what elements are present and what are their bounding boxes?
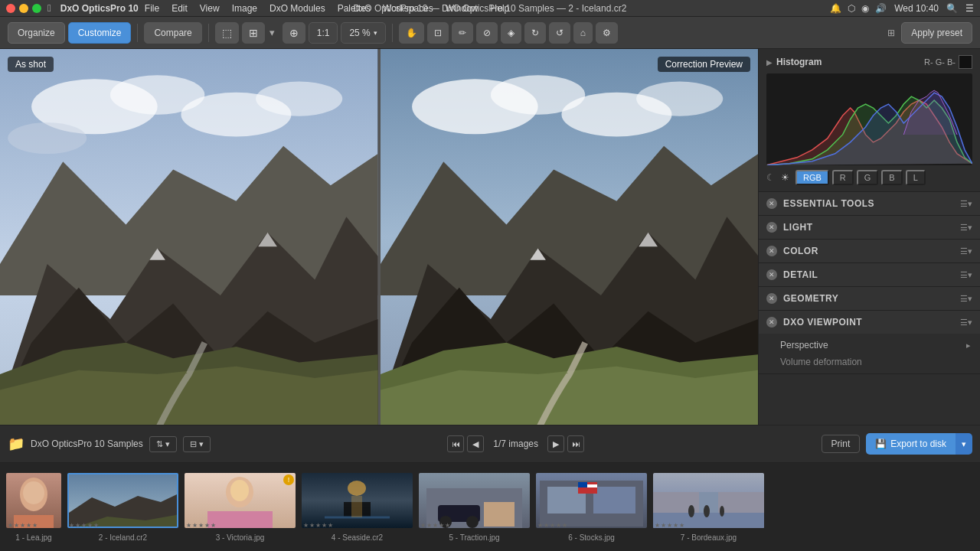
zoom-percent-display[interactable]: 25 % ▾	[341, 22, 385, 44]
export-dropdown-btn[interactable]: ▾	[956, 433, 972, 455]
search-icon[interactable]: 🔍	[946, 3, 958, 14]
export-main-btn[interactable]: 💾 Export to disk	[866, 433, 956, 455]
svg-point-40	[348, 481, 366, 496]
thumb-item-3[interactable]: ★ ★ ★ ★ ★ ! 3 - Victoria.jpg	[185, 473, 296, 542]
filter-btn[interactable]: ⊟ ▾	[183, 436, 211, 452]
eyedropper-tool-btn[interactable]: ✏	[452, 22, 473, 44]
svg-point-62	[720, 506, 724, 517]
svg-point-61	[704, 505, 710, 517]
thumb-img-1: ★ ★ ★ ★ ★	[6, 473, 61, 530]
thumb-img-7: ★ ★ ★ ★ ★	[653, 473, 764, 530]
tab-l[interactable]: L	[906, 170, 926, 185]
essential-tools-left: ✕ ESSENTIAL TOOLS	[766, 198, 874, 209]
essential-tools-expand[interactable]: ☰▾	[960, 199, 972, 209]
clone-tool-btn[interactable]: ◈	[501, 22, 521, 44]
color-swatch[interactable]	[959, 55, 972, 69]
thumb-item-1[interactable]: ★ ★ ★ ★ ★ 1 - Lea.jpg	[6, 473, 61, 542]
hand-tool-btn[interactable]: ✋	[399, 22, 424, 44]
layout-tool-btn[interactable]: ⊞	[242, 22, 265, 44]
tab-r[interactable]: R	[832, 170, 854, 185]
detail-label: DETAIL	[783, 269, 818, 280]
layout-dropdown-icon[interactable]: ▾	[268, 27, 276, 38]
detail-header[interactable]: ✕ DETAIL ☰▾	[759, 263, 980, 286]
histogram-svg	[766, 73, 972, 165]
thumb-item-5[interactable]: ★ ★ ★ ★ ★ 5 - Traction.jpg	[419, 473, 530, 542]
menu-icon[interactable]: ☰	[965, 3, 974, 14]
zoom-dropdown-icon: ▾	[374, 29, 377, 37]
svg-rect-51	[593, 487, 635, 514]
organize-btn[interactable]: Organize	[8, 22, 65, 44]
thumb-item-2[interactable]: ★ ★ ★ ★ ★ 2 - Iceland.cr2	[67, 473, 178, 542]
fullscreen-window-btn[interactable]	[32, 4, 41, 13]
compare-btn[interactable]: Compare	[144, 22, 201, 44]
filter-icon: ⊟	[190, 439, 197, 449]
settings-tool-btn[interactable]: ⚙	[596, 22, 618, 44]
geometry-close[interactable]: ✕	[766, 293, 777, 304]
customize-btn[interactable]: Customize	[68, 22, 132, 44]
geometry-label: GEOMETRY	[783, 293, 838, 304]
apply-preset-btn[interactable]: Apply preset	[901, 22, 972, 44]
moon-icon: ☾	[766, 172, 775, 183]
light-header[interactable]: ✕ LIGHT ☰▾	[759, 216, 980, 239]
tab-b[interactable]: B	[881, 170, 902, 185]
light-close[interactable]: ✕	[766, 222, 777, 233]
thumb-svg-1	[6, 473, 61, 528]
brush-tool-btn[interactable]: ⌂	[573, 22, 593, 44]
geometry-left: ✕ GEOMETRY	[766, 293, 838, 304]
dxo-viewpoint-expand[interactable]: ☰▾	[960, 318, 972, 328]
menu-image[interactable]: Image	[232, 3, 257, 14]
repair-tool-btn[interactable]: ⊘	[476, 22, 498, 44]
crop-tool-btn[interactable]: ⊡	[427, 22, 449, 44]
export-icon: 💾	[875, 439, 887, 449]
close-window-btn[interactable]	[6, 4, 15, 13]
thumb-svg-3	[185, 473, 296, 528]
thumb-stars-6: ★ ★ ★ ★ ★	[537, 522, 567, 529]
thumb-label-5: 5 - Traction.jpg	[449, 533, 499, 542]
first-image-btn[interactable]: ⏮	[447, 435, 464, 452]
color-header[interactable]: ✕ COLOR ☰▾	[759, 240, 980, 262]
thumb-item-7[interactable]: ★ ★ ★ ★ ★ 7 - Bordeaux.jpg	[653, 473, 764, 542]
essential-tools-close[interactable]: ✕	[766, 198, 777, 209]
menu-file[interactable]: File	[145, 3, 159, 14]
thumb-item-6[interactable]: ★ ★ ★ ★ ★ 6 - Stocks.jpg	[536, 473, 647, 542]
sort-dropdown-icon: ▾	[165, 439, 170, 449]
geometry-expand[interactable]: ☰▾	[960, 294, 972, 304]
preset-section: ⊞ Apply preset	[887, 22, 972, 44]
menu-dxo-modules[interactable]: DxO Modules	[270, 3, 325, 14]
detail-expand[interactable]: ☰▾	[960, 270, 972, 280]
color-close[interactable]: ✕	[766, 246, 777, 256]
geometry-expand-icon: ☰▾	[960, 294, 972, 304]
fit-view-btn[interactable]: ⊕	[283, 22, 305, 44]
last-image-btn[interactable]: ⏭	[567, 435, 584, 452]
thumb-label-6: 6 - Stocks.jpg	[568, 533, 615, 542]
print-btn[interactable]: Print	[822, 435, 861, 453]
left-image-canvas: As shot	[0, 49, 378, 425]
light-expand[interactable]: ☰▾	[960, 223, 972, 233]
thumb-item-4[interactable]: ★ ★ ★ ★ ★ 4 - Seaside.cr2	[302, 473, 413, 542]
rotation-ccw-btn[interactable]: ↺	[549, 22, 570, 44]
detail-close[interactable]: ✕	[766, 269, 777, 280]
dxo-viewpoint-header[interactable]: ✕ DXO VIEWPOINT ☰▾	[759, 311, 980, 334]
image-divider[interactable]	[378, 49, 381, 425]
zoom-ratio-display: 1:1	[309, 22, 338, 44]
histogram-triangle[interactable]: ▶	[766, 58, 773, 67]
thumb-img-4: ★ ★ ★ ★ ★	[302, 473, 413, 530]
minimize-window-btn[interactable]	[19, 4, 28, 13]
menu-edit[interactable]: Edit	[172, 3, 188, 14]
app-name[interactable]: DxO OpticsPro 10	[60, 3, 139, 14]
essential-tools-header[interactable]: ✕ ESSENTIAL TOOLS ☰▾	[759, 192, 980, 215]
cursor-tool-btn[interactable]: ⬚	[215, 22, 239, 44]
thumb-stars-3: ★ ★ ★ ★ ★	[186, 522, 216, 529]
menu-view[interactable]: View	[200, 3, 220, 14]
sort-btn[interactable]: ⇅ ▾	[149, 436, 177, 452]
dxo-viewpoint-close[interactable]: ✕	[766, 317, 777, 328]
next-image-btn[interactable]: ▶	[547, 435, 564, 452]
color-expand-icon: ☰▾	[960, 246, 972, 256]
thumb-label-4: 4 - Seaside.cr2	[332, 533, 383, 542]
prev-image-btn[interactable]: ◀	[467, 435, 484, 452]
tab-g[interactable]: G	[857, 170, 879, 185]
tab-rgb[interactable]: RGB	[795, 170, 829, 185]
geometry-header[interactable]: ✕ GEOMETRY ☰▾	[759, 287, 980, 310]
rotation-cw-btn[interactable]: ↻	[524, 22, 546, 44]
color-expand[interactable]: ☰▾	[960, 246, 972, 256]
